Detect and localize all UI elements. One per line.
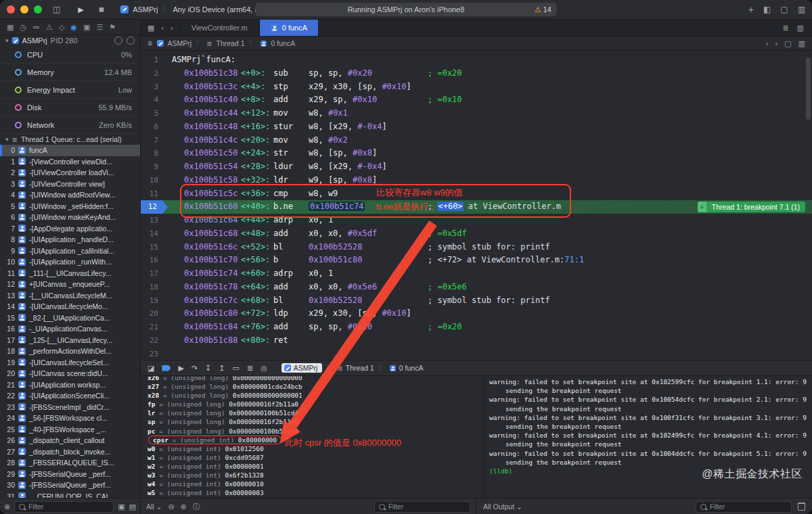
- line-number[interactable]: 7: [141, 134, 168, 147]
- test-navigator-icon[interactable]: ◇: [59, 23, 64, 32]
- asm-line[interactable]: 160x100b51c70<+56>:b0x100b51c80; <+72> a…: [141, 254, 812, 267]
- register-row[interactable]: w5 = (unsigned int) 0x00000003: [148, 488, 483, 497]
- filter-mode-icon[interactable]: ⊗: [4, 503, 10, 511]
- debug-navigator-icon[interactable]: ◉: [70, 23, 77, 32]
- stack-frame-row[interactable]: 5-[UIWindow _setHidden:f...: [0, 201, 140, 212]
- hide-navigator-icon[interactable]: ▢: [780, 5, 788, 14]
- scheme-selector[interactable]: ASMPrj 〉 Any iOS Device (arm64, armv7): [120, 5, 278, 14]
- issue-navigator-icon[interactable]: ⚠: [46, 23, 53, 32]
- line-number[interactable]: 17: [141, 267, 168, 281]
- stack-frame-row[interactable]: 1-[ViewController viewDid...: [0, 156, 140, 168]
- register-row[interactable]: w4 = (unsigned int) 0x00000010: [148, 480, 483, 488]
- split-editor-icon[interactable]: ▥: [797, 24, 804, 32]
- stack-frame-row[interactable]: 2-[UIViewController loadVi...: [0, 167, 140, 179]
- asm-line[interactable]: 30x100b51c3c<+4>:stpx29, x30, [sp, #0x10…: [141, 80, 812, 94]
- forward-icon[interactable]: ›: [775, 40, 778, 47]
- asm-line[interactable]: 120x100b51c60<+40>:b.ne0x100b51c74; <+60…: [141, 200, 812, 214]
- editor-options-icon[interactable]: ▥: [798, 40, 805, 47]
- project-navigator-icon[interactable]: ▦: [7, 23, 14, 32]
- register-row[interactable]: x28 = (unsigned long) 0x0000000000000001: [148, 391, 483, 400]
- asm-line[interactable]: 60x100b51c48<+16>:sturw8, [x29, #-0x4]: [141, 120, 812, 134]
- asm-line[interactable]: 140x100b51c68<+48>:addx0, x0, #0x5df; =0…: [141, 227, 812, 241]
- register-row[interactable]: pc = (unsigned long) 0x0000000100b51c60: [148, 427, 483, 436]
- asm-line[interactable]: 170x100b51c74<+60>:adrpx0, 1: [141, 267, 812, 281]
- asm-line[interactable]: 130x100b51c64<+44>:adrpx0, 1: [141, 214, 812, 227]
- step-out-icon[interactable]: ↥: [219, 364, 225, 373]
- register-row[interactable]: w2 = (unsigned int) 0x00000001: [148, 462, 483, 471]
- instruction-pointer-gutter[interactable]: 12: [141, 200, 168, 214]
- stack-frame-row[interactable]: 8-[UIApplication _handleD...: [0, 234, 140, 246]
- stack-frame-row[interactable]: 24_56-[FBSWorkspace cl...: [0, 413, 140, 424]
- report-navigator-icon[interactable]: ☰: [96, 23, 103, 32]
- stack-frame-row[interactable]: 15_82-[__UIApplicationCa...: [0, 312, 140, 324]
- asm-line[interactable]: 180x100b51c78<+64>:addx0, x0, #0x5e6; =0…: [141, 281, 812, 294]
- stack-frame-row[interactable]: 25_40-[FBSWorkspace _...: [0, 424, 140, 436]
- console-scope-selector[interactable]: All Output ⌄: [483, 503, 522, 511]
- gauge-row-disk[interactable]: Disk55.9 MB/s: [0, 99, 140, 116]
- register-row[interactable]: w3 = (unsigned int) 0x6f2b1328: [148, 471, 483, 480]
- sidebar-filter-input[interactable]: Filter: [14, 501, 114, 513]
- stack-frame-row[interactable]: 30-[FBSSerialQueue _perf...: [0, 480, 140, 491]
- line-number[interactable]: 23: [141, 348, 168, 360]
- stack-frame-row[interactable]: 23-[FBSSceneImpl _didCr...: [0, 402, 140, 413]
- show-only-crashed-icon[interactable]: ▣: [118, 503, 125, 511]
- minimize-button[interactable]: [20, 5, 28, 14]
- forward-icon[interactable]: ›: [171, 24, 173, 32]
- related-items-icon[interactable]: ≣: [148, 41, 153, 47]
- breadcrumb-frame[interactable]: 0 funcA: [389, 364, 424, 372]
- asm-line[interactable]: 40x100b51c40<+8>:addx29, sp, #0x10; =0x1…: [141, 93, 812, 107]
- line-number[interactable]: 14: [141, 227, 168, 241]
- stack-frame-row[interactable]: 27_dispatch_block_invoke...: [0, 446, 140, 458]
- stack-frame-row[interactable]: 20-[UICanvas scene:didU...: [0, 368, 140, 379]
- stack-frame-row[interactable]: 0funcA: [0, 145, 140, 156]
- extra-navigator-icon[interactable]: ⚑: [109, 23, 116, 32]
- run-button[interactable]: ▶: [78, 6, 83, 14]
- asm-line[interactable]: 23: [141, 348, 812, 360]
- simulate-location-icon[interactable]: ◎: [261, 364, 267, 373]
- stack-frame-row[interactable]: 6-[UIWindow makeKeyAnd...: [0, 212, 140, 223]
- register-row[interactable]: sp = (unsigned long) 0x000000016f2b1190: [148, 417, 483, 426]
- disclosure-icon[interactable]: ▾: [5, 37, 9, 44]
- line-number[interactable]: 8: [141, 147, 168, 160]
- stack-frame-row[interactable]: 19-[UICanvasLifecycleSet...: [0, 357, 140, 369]
- info-icon[interactable]: ⓘ: [193, 503, 200, 511]
- register-row[interactable]: x27 = (unsigned long) 0x00000001cde24bcb: [148, 382, 483, 391]
- close-button[interactable]: [7, 5, 15, 14]
- stack-frame-row[interactable]: 22-[UIApplicationSceneCli...: [0, 390, 140, 402]
- asm-line[interactable]: 220x100b51c88<+80>:ret: [141, 334, 812, 348]
- line-number[interactable]: 1: [141, 53, 168, 67]
- asm-line[interactable]: 190x100b51c7c<+68>:bl0x100b52528; symbol…: [141, 294, 812, 308]
- breakpoint-navigator-icon[interactable]: ▣: [83, 23, 90, 32]
- line-number[interactable]: 5: [141, 107, 168, 120]
- dock-window-icon[interactable]: ◫: [53, 5, 60, 14]
- asm-line[interactable]: 110x100b51c5c<+36>:cmpw8, w9: [141, 187, 812, 201]
- hide-debug-area-icon[interactable]: ◪: [148, 364, 154, 373]
- gauge-row-cpu[interactable]: CPU0%: [0, 46, 140, 64]
- breakpoint-badge[interactable]: ≡Thread 1: breakpoint 7.1 (1): [698, 202, 805, 212]
- asm-line[interactable]: 70x100b51c4c<+20>:movw8, #0x2: [141, 134, 812, 147]
- stack-frame-row[interactable]: 17_125-[__UICanvasLifecy...: [0, 335, 140, 346]
- warning-badge[interactable]: ⚠ 14: [535, 3, 551, 16]
- breadcrumb-process[interactable]: ASMPrj: [281, 363, 323, 373]
- line-number[interactable]: 21: [141, 321, 168, 334]
- stack-frame-row[interactable]: 28_FBSSERIALQUEUE_IS...: [0, 457, 140, 469]
- register-row[interactable]: fp = (unsigned long) 0x000000016f2b11a0: [148, 400, 483, 408]
- stack-frame-row[interactable]: 11_111-[__UICanvasLifecy...: [0, 268, 140, 279]
- hide-inspector-icon[interactable]: ▥: [798, 5, 805, 14]
- gauge-row-memory[interactable]: Memory12.4 MB: [0, 64, 140, 81]
- asm-line[interactable]: 1ASMPrj`funcA:: [141, 53, 812, 67]
- gauge-row-network[interactable]: NetworkZero KB/s: [0, 116, 140, 134]
- stack-frame-row[interactable]: 14-[UICanvasLifecycleMo...: [0, 301, 140, 312]
- gauge-toggle-icon[interactable]: [127, 37, 135, 45]
- back-icon[interactable]: ‹: [161, 24, 164, 32]
- line-number[interactable]: 19: [141, 294, 168, 308]
- line-number[interactable]: 15: [141, 241, 168, 254]
- debug-memory-graph-icon[interactable]: ≣: [247, 364, 253, 373]
- process-row[interactable]: ▾ ASMPrj PID 280: [0, 35, 140, 46]
- stack-frame-row[interactable]: 29-[FBSSerialQueue _perf...: [0, 469, 140, 480]
- stack-frame-row[interactable]: 31__CFRUNLOOP_IS_CAL...: [0, 491, 140, 498]
- asm-line[interactable]: 20x100b51c38<+0>:subsp, sp, #0x20; =0x20: [141, 67, 812, 80]
- gauge-toggle-icon[interactable]: [114, 37, 122, 45]
- line-number[interactable]: 10: [141, 174, 168, 187]
- stack-frame-row[interactable]: 16-_UIApplicationCanvas...: [0, 323, 140, 335]
